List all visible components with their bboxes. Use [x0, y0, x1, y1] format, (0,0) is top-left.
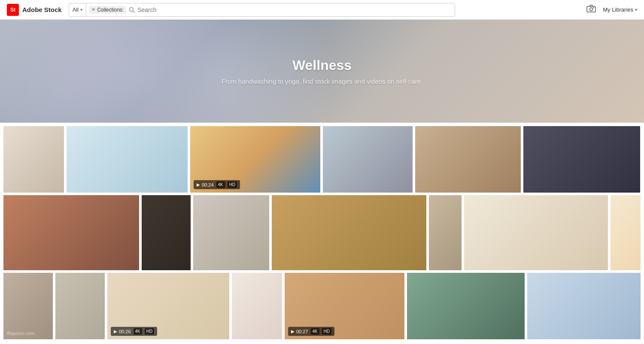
category-dropdown[interactable]: All ▾ [73, 3, 86, 16]
adobe-stock-logo-icon: St [7, 4, 19, 16]
svg-line-1 [133, 11, 135, 12]
video-duration: 00:26 [119, 329, 131, 334]
remove-filter-button[interactable]: ✕ [91, 7, 95, 12]
gallery-item-7[interactable] [3, 195, 139, 270]
play-icon: ▶ [197, 182, 200, 187]
my-libraries-chevron: ▾ [635, 7, 637, 12]
svg-point-3 [590, 8, 593, 11]
search-bar: All ▾ ✕ Collections: [69, 3, 455, 17]
hero-text-area: Wellness From handwashing to yoga, find … [222, 57, 423, 85]
header: St Adobe Stock All ▾ ✕ Collections: [0, 0, 644, 20]
header-right: My Libraries ▾ [586, 5, 637, 15]
gallery-item-20[interactable] [527, 273, 641, 339]
dropdown-label: All [73, 6, 79, 13]
video-duration: 00:27 [296, 329, 308, 334]
res-hd: HD [322, 328, 331, 335]
res-4k: 4K [134, 328, 142, 335]
my-libraries-button[interactable]: My Libraries ▾ [603, 6, 637, 13]
video-badge-18: ▶ 00:27 4K HD [288, 327, 334, 336]
play-icon: ▶ [291, 329, 295, 334]
gallery-item-1[interactable] [3, 126, 64, 193]
gallery-item-10[interactable] [272, 195, 426, 270]
gallery-item-6[interactable] [523, 126, 640, 193]
gallery-row-1: ▶ 00:24 4K HD [3, 126, 641, 193]
res-4k: 4K [311, 328, 319, 335]
gallery-item-9[interactable] [193, 195, 269, 270]
collections-filter-tag: ✕ Collections: [89, 6, 126, 14]
svg-rect-2 [587, 6, 595, 12]
play-icon: ▶ [114, 329, 117, 334]
svg-rect-4 [593, 7, 594, 8]
video-duration: 00:24 [202, 182, 214, 187]
gallery-item-11[interactable] [429, 195, 462, 270]
camera-icon[interactable] [586, 5, 596, 15]
my-libraries-label: My Libraries [603, 6, 633, 13]
chevron-down-icon: ▾ [80, 7, 82, 12]
res-hd: HD [145, 328, 154, 335]
res-4k: 4K [216, 181, 225, 188]
gallery-item-5[interactable] [415, 126, 521, 193]
search-input[interactable] [137, 6, 451, 13]
search-icon [129, 7, 135, 13]
gallery-item-8[interactable] [142, 195, 191, 270]
gallery-item-13[interactable] [611, 195, 641, 270]
res-hd: HD [228, 181, 237, 188]
video-badge-3: ▶ 00:24 4K HD [194, 180, 240, 189]
gallery-row-3: filepress.com▶ 00:26 4K HD▶ 00:27 4K HD [3, 273, 641, 339]
gallery-item-16[interactable]: ▶ 00:26 4K HD [107, 273, 229, 339]
watermark-14: filepress.com [7, 331, 35, 336]
filter-tag-label: Collections: [97, 7, 124, 13]
gallery: ▶ 00:24 4K HDfilepress.com▶ 00:26 4K HD▶… [0, 123, 644, 344]
logo-area: St Adobe Stock [7, 4, 62, 16]
gallery-item-3[interactable]: ▶ 00:24 4K HD [190, 126, 320, 193]
gallery-item-4[interactable] [323, 126, 413, 193]
gallery-item-14[interactable]: filepress.com [3, 273, 53, 339]
hero-banner: Wellness From handwashing to yoga, find … [0, 20, 644, 123]
hero-subtitle: From handwashing to yoga, find stock ima… [222, 78, 423, 85]
gallery-row-2 [3, 195, 641, 270]
gallery-item-15[interactable] [55, 273, 105, 339]
gallery-item-2[interactable] [67, 126, 188, 193]
hero-title: Wellness [222, 57, 423, 73]
gallery-item-18[interactable]: ▶ 00:27 4K HD [285, 273, 404, 339]
video-badge-16: ▶ 00:26 4K HD [111, 327, 157, 336]
gallery-item-12[interactable] [464, 195, 608, 270]
logo-name: Adobe Stock [22, 6, 62, 13]
gallery-item-19[interactable] [407, 273, 525, 339]
gallery-item-17[interactable] [232, 273, 282, 339]
